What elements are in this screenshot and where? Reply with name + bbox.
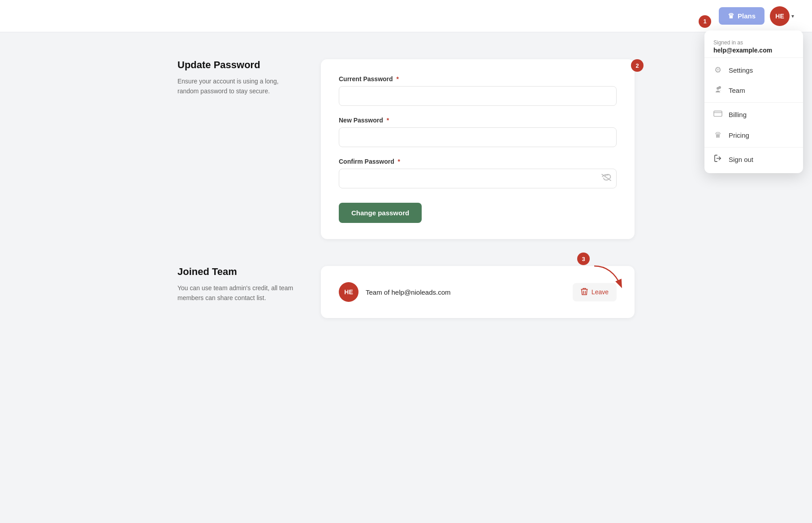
required-star-2: * <box>387 117 389 124</box>
dropdown-signed-in: Signed in as help@example.com <box>704 34 803 58</box>
change-password-button[interactable]: Change password <box>339 203 422 223</box>
dropdown-item-team[interactable]: Team <box>704 80 803 100</box>
plans-label: Plans <box>738 12 756 20</box>
settings-icon: ⚙ <box>713 65 722 75</box>
annotation-circle-1: 1 <box>699 15 711 28</box>
confirm-password-wrapper <box>339 169 617 188</box>
update-password-title: Update Password <box>177 59 294 71</box>
team-name: Team of help@nioleads.com <box>366 288 451 296</box>
update-password-section: 2 Update Password Ensure your account is… <box>177 59 635 239</box>
new-password-group: New Password * <box>339 117 617 147</box>
current-password-label: Current Password * <box>339 75 617 83</box>
section-description-password: Update Password Ensure your account is u… <box>177 59 294 96</box>
header: ♛ Plans 1 HE ▾ Signed in as help@example… <box>0 0 812 32</box>
signed-in-email: help@example.com <box>713 47 794 54</box>
update-password-description: Ensure your account is using a long, ran… <box>177 76 294 96</box>
chevron-down-icon: ▾ <box>791 13 794 19</box>
signout-label: Sign out <box>729 156 753 163</box>
joined-team-description: You can use team admin's credit, all tea… <box>177 283 294 303</box>
billing-label: Billing <box>729 111 747 118</box>
confirm-password-group: Confirm Password * <box>339 158 617 188</box>
team-icon <box>713 86 722 95</box>
header-right: ♛ Plans 1 HE ▾ <box>719 6 794 26</box>
main-content: 2 Update Password Ensure your account is… <box>160 32 652 372</box>
dropdown-divider-1 <box>704 102 803 103</box>
required-star-3: * <box>398 158 400 165</box>
team-label: Team <box>729 87 745 94</box>
annotation-circle-2: 2 <box>631 59 644 72</box>
billing-icon <box>713 110 722 119</box>
new-password-label: New Password * <box>339 117 617 124</box>
signout-icon <box>713 155 722 164</box>
current-password-group: Current Password * <box>339 75 617 106</box>
settings-label: Settings <box>729 66 753 74</box>
current-password-input[interactable] <box>339 86 617 106</box>
confirm-password-label: Confirm Password * <box>339 158 617 165</box>
new-password-wrapper <box>339 127 617 147</box>
section-description-team: Joined Team You can use team admin's cre… <box>177 266 294 303</box>
pricing-icon: ♛ <box>713 130 722 140</box>
annotation-circle-3: 3 <box>577 253 590 265</box>
user-menu-button[interactable]: HE <box>770 6 790 26</box>
current-password-wrapper <box>339 86 617 106</box>
trash-icon <box>581 288 588 297</box>
dropdown-menu: Signed in as help@example.com ⚙ Settings… <box>704 31 803 173</box>
pricing-label: Pricing <box>729 131 749 139</box>
svg-rect-0 <box>714 111 722 117</box>
team-info: HE Team of help@nioleads.com <box>339 282 451 302</box>
dropdown-divider-2 <box>704 147 803 148</box>
user-initials: HE <box>775 13 784 20</box>
team-avatar: HE <box>339 282 358 302</box>
team-row: HE Team of help@nioleads.com Leave <box>339 282 617 302</box>
dropdown-item-pricing[interactable]: ♛ Pricing <box>704 125 803 145</box>
joined-team-section: 3 Joined Team You can use team admin's c… <box>177 266 635 318</box>
dropdown-item-settings[interactable]: ⚙ Settings <box>704 60 803 80</box>
plans-button[interactable]: ♛ Plans <box>719 7 764 25</box>
confirm-password-input[interactable] <box>339 169 617 188</box>
required-star-1: * <box>396 75 398 83</box>
update-password-card: Current Password * New Password * Co <box>321 59 635 239</box>
new-password-input[interactable] <box>339 127 617 147</box>
signed-in-label: Signed in as <box>713 39 794 46</box>
joined-team-title: Joined Team <box>177 266 294 278</box>
eye-slash-icon[interactable] <box>601 174 611 183</box>
joined-team-card: HE Team of help@nioleads.com Leave <box>321 266 635 318</box>
dropdown-item-billing[interactable]: Billing <box>704 105 803 125</box>
dropdown-item-signout[interactable]: Sign out <box>704 149 803 170</box>
leave-label: Leave <box>592 288 609 296</box>
crown-icon: ♛ <box>728 12 734 20</box>
leave-button[interactable]: Leave <box>573 283 617 301</box>
